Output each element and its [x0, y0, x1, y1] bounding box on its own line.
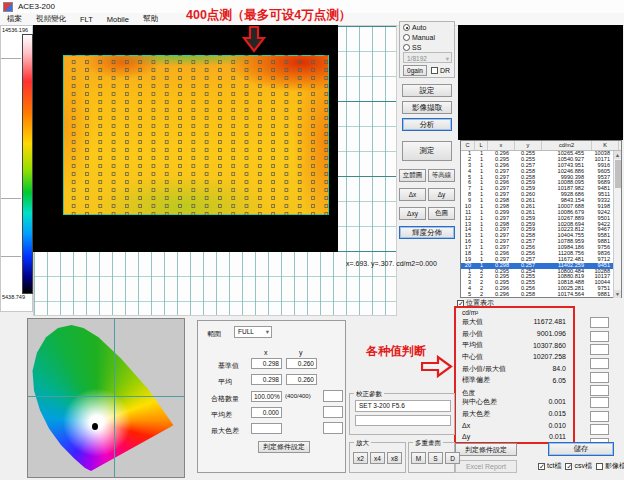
file-checkbox-影像檔[interactable]: 影像檔 [596, 461, 624, 471]
multi-screen-s-button[interactable]: S [428, 452, 443, 464]
file-checkbox-box[interactable]: ✓ [565, 463, 572, 470]
chroma-results: 與中心色差0.001最大色差0.015Δx0.010Δy0.011 [452, 396, 570, 443]
luminance-value: 9001.096 [537, 330, 566, 337]
zoom-x4-button[interactable]: x4 [370, 452, 385, 464]
luminance-indicator-box [590, 331, 609, 342]
luminance-value: 11672.481 [533, 318, 566, 325]
calibration-value2-field[interactable] [355, 415, 451, 426]
table-header-cell[interactable]: C [461, 141, 475, 150]
luminance-indicator-box [590, 317, 609, 328]
reference-y-field[interactable]: 0.260 [286, 358, 317, 369]
chroma-label: 與中心色差 [462, 397, 497, 407]
zoom-group-title: 放大 [354, 439, 371, 448]
radio-icon[interactable] [403, 24, 410, 31]
measurement-table[interactable]: CLxycd/m2K 110.2960.25510265.45510038210… [460, 140, 622, 298]
chroma-label: 最大色差 [462, 409, 490, 419]
average-diff-indicator-box [323, 406, 343, 418]
file-checkbox-box[interactable]: ✓ [538, 463, 545, 470]
file-checkbox-box[interactable] [596, 463, 603, 470]
colormap-button[interactable]: 色圖 [428, 207, 455, 220]
capture-mode-radio-auto[interactable]: Auto [403, 23, 454, 32]
zoom-buttons: x2x4x8 [353, 452, 404, 464]
app-icon [3, 2, 13, 12]
scroll-down-icon[interactable]: ▼ [614, 290, 621, 298]
chroma-row: Δy0.011 [452, 431, 570, 443]
cie-chromaticity-diagram[interactable] [27, 318, 185, 478]
scrollbar-thumb[interactable] [615, 160, 621, 188]
delta-xy-button[interactable]: Δxy [399, 207, 426, 220]
menu-item-視頻變化[interactable]: 視頻變化 [29, 14, 73, 24]
capture-mode-radio-manual[interactable]: Manual [403, 33, 454, 42]
multi-screen-buttons: MSD [411, 452, 462, 464]
luminance-label: 標準偏差 [462, 375, 490, 385]
analyze-button[interactable]: 分析 [402, 118, 452, 131]
measure-button[interactable]: 測定 [402, 141, 452, 161]
dr-checkbox-box[interactable] [431, 67, 438, 74]
table-header-cell[interactable]: y [515, 141, 542, 150]
luminance-label: 最大值 [462, 317, 483, 327]
gain-button[interactable]: 0gain [403, 65, 427, 76]
table-header-cell[interactable]: x [488, 141, 515, 150]
cie-gamut-horseshoe [31, 322, 181, 474]
capture-mode-radio-ss[interactable]: SS [403, 43, 454, 52]
zoom-x2-button[interactable]: x2 [353, 452, 368, 464]
chroma-judge-panel: 範圍 FULL x y 基準值 0.298 0.260 平均 0.298 0.2… [197, 320, 346, 473]
luminance-indicator-box [590, 358, 609, 369]
table-header-cell[interactable]: cd/m2 [542, 141, 592, 150]
annotation-values-text: 各种值判断 [366, 343, 426, 360]
average-x-field[interactable]: 0.298 [251, 374, 282, 385]
table-body[interactable]: 110.2960.25510265.45510038210.2950.25510… [461, 151, 621, 298]
zoom-x8-button[interactable]: x8 [387, 452, 402, 464]
menu-item-幫助[interactable]: 幫助 [136, 14, 165, 24]
colorbar-max-label: 14536.196 [2, 27, 28, 33]
right-arrow-icon [421, 355, 453, 378]
table-header-cell[interactable]: K [592, 141, 619, 150]
judge-condition-button-middle[interactable]: 判定條件設定 [258, 441, 310, 453]
table-cell: 10174.564 [538, 292, 587, 298]
scroll-up-icon[interactable]: ▲ [614, 151, 621, 159]
range-select[interactable]: FULL [234, 326, 272, 338]
luminance-value: 84.0 [552, 365, 566, 372]
luminance-distribution-button[interactable]: 輝度分佈 [399, 226, 455, 239]
multi-screen-m-button[interactable]: M [411, 452, 426, 464]
file-checkbox-label: tct檔 [547, 461, 561, 471]
table-row[interactable]: 520.2960.25810174.5649881 [461, 292, 621, 298]
multi-screen-d-button[interactable]: D [445, 452, 460, 464]
file-checkbox-tct檔[interactable]: ✓tct檔 [538, 461, 561, 471]
radio-icon[interactable] [403, 44, 410, 51]
colorbar-tick [1, 198, 21, 199]
position-checkbox-box[interactable]: ✓ [457, 300, 464, 307]
luminance-indicator-boxes [590, 317, 609, 399]
table-header-cell[interactable]: L [475, 141, 488, 150]
menu-item-檔案[interactable]: 檔案 [0, 14, 29, 24]
excel-report-button[interactable]: Excel Report [455, 460, 517, 473]
pass-percent-field[interactable]: 100.00% [251, 391, 282, 402]
file-checkbox-csv檔[interactable]: ✓csv檔 [565, 461, 592, 471]
chroma-indicator-box [590, 397, 609, 408]
capture-mode-radios: AutoManualSS [400, 23, 454, 52]
save-button[interactable]: 儲存 [548, 442, 614, 456]
position-display-checkbox[interactable]: ✓ 位置表示 [457, 298, 494, 308]
calibration-value-field[interactable]: SET 3-200 F5.6 [355, 400, 451, 412]
dr-checkbox-label: DR [440, 67, 450, 74]
table-scrollbar[interactable]: ▲ ▼ [613, 151, 621, 298]
menu-item-FLT[interactable]: FLT [73, 15, 100, 24]
image-capture-button[interactable]: 影像擷取 [402, 101, 452, 114]
judge-condition-button[interactable]: 判定條件設定 [455, 443, 517, 456]
average-y-field[interactable]: 0.260 [286, 374, 317, 385]
shutter-speed-select[interactable]: 1/8192 [403, 52, 452, 63]
max-diff-field[interactable] [251, 423, 282, 434]
radio-icon[interactable] [403, 34, 410, 41]
annotation-top-text: 400点测（最多可设4万点测） [186, 7, 351, 24]
radio-label: Manual [412, 34, 435, 41]
delta-y-button[interactable]: Δy [428, 188, 455, 201]
dr-checkbox[interactable]: DR [431, 67, 450, 74]
settings-button[interactable]: 設定 [402, 84, 452, 97]
contour-button[interactable]: 等高線 [428, 169, 455, 182]
average-diff-field[interactable]: 0.000 [251, 407, 282, 418]
position-checkbox-label: 位置表示 [466, 298, 494, 308]
reference-x-field[interactable]: 0.298 [251, 358, 282, 369]
view-3d-button[interactable]: 立體圖 [399, 169, 426, 182]
menu-item-Mobile[interactable]: Mobile [100, 15, 136, 24]
delta-x-button[interactable]: Δx [399, 188, 426, 201]
